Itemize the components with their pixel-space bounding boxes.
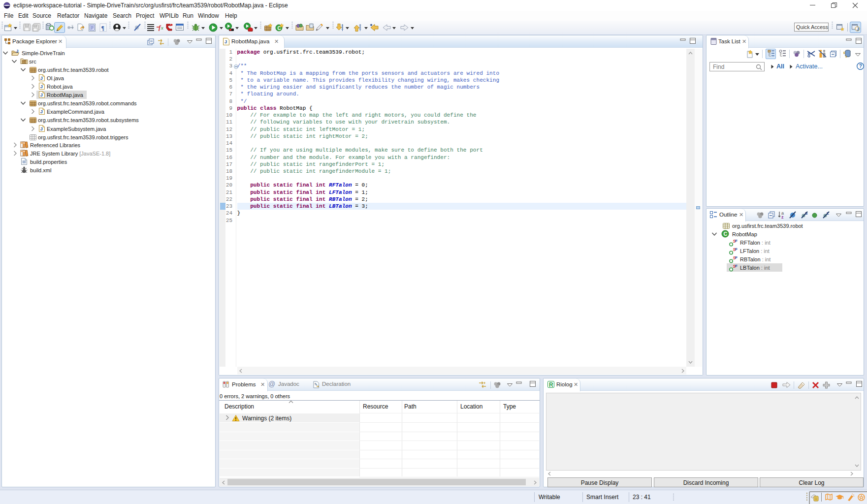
svg-text:J: J (857, 27, 859, 32)
svg-text:¶: ¶ (101, 25, 104, 32)
svg-text:?: ? (859, 63, 862, 69)
svg-text:J: J (225, 39, 227, 44)
svg-text:z: z (781, 215, 784, 220)
svg-text:x: x (161, 25, 163, 31)
svg-text:R: R (549, 381, 553, 388)
